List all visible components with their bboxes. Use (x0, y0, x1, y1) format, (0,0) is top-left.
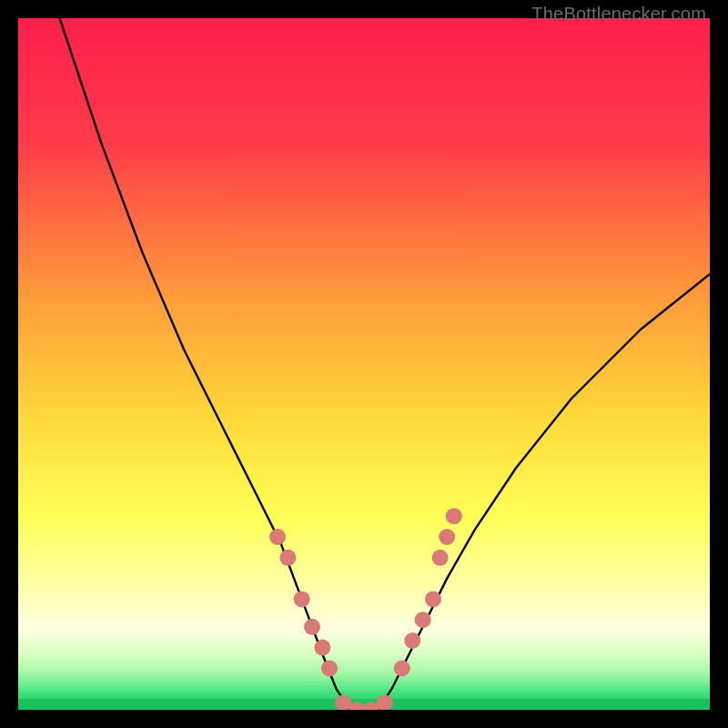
curve-marker (415, 612, 431, 628)
curve-marker (294, 591, 310, 607)
plot-area (18, 18, 710, 710)
chart-svg (18, 18, 710, 710)
curve-marker (279, 550, 296, 566)
curve-marker (432, 550, 449, 566)
curve-marker (321, 660, 338, 676)
watermark-text: TheBottlenecker.com (531, 4, 706, 25)
curve-marker (425, 591, 441, 607)
curve-marker (269, 529, 286, 545)
curve-marker (394, 660, 410, 676)
chart-stage: TheBottlenecker.com (0, 0, 728, 728)
curve-marker (404, 632, 420, 649)
curve-marker (314, 640, 330, 656)
curve-marker (304, 619, 320, 635)
curve-marker (446, 508, 462, 524)
curve-marker (439, 529, 455, 545)
